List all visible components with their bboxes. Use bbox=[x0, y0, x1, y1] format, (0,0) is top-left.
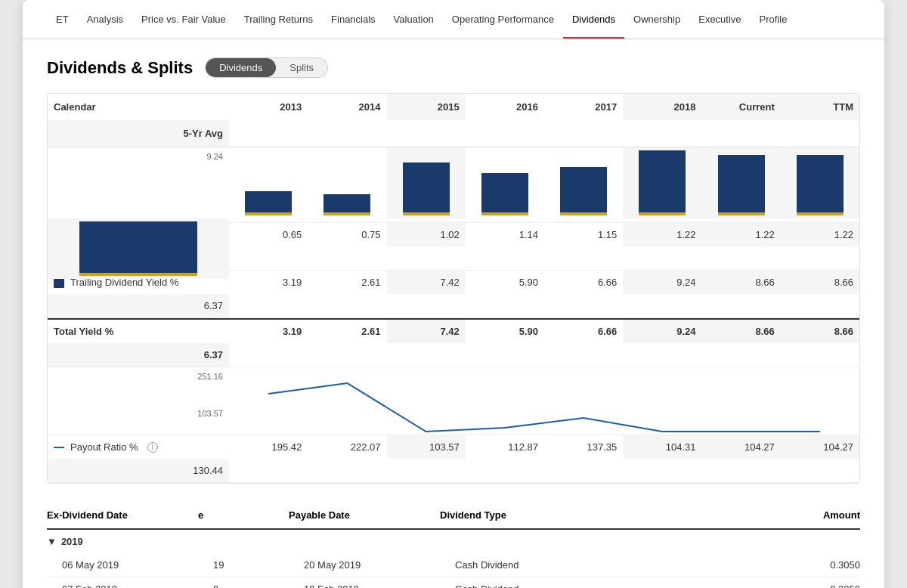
nav-profile[interactable]: Profile bbox=[751, 0, 797, 39]
tdy-2013: 3.19 bbox=[229, 271, 308, 294]
ty-2014: 2.61 bbox=[308, 320, 386, 343]
payout-y-axis: 251.16 103.57 bbox=[48, 367, 229, 435]
nav-et[interactable]: ET bbox=[47, 0, 78, 39]
bar-2013 bbox=[229, 147, 308, 218]
bar-2014 bbox=[308, 147, 386, 218]
type-0-1: Cash Dividend bbox=[455, 583, 682, 588]
tdy-2015: 7.42 bbox=[387, 271, 466, 294]
tdy-current: 8.66 bbox=[702, 271, 781, 294]
page-title: Dividends & Splits bbox=[47, 58, 193, 78]
tdy-5yr: 6.37 bbox=[48, 294, 229, 317]
col-2013: 2013 bbox=[229, 94, 308, 120]
total-yield-row: Total Yield % 3.19 2.61 7.42 5.90 6.66 9… bbox=[48, 318, 859, 367]
col-ttm: TTM bbox=[781, 94, 859, 120]
dividend-row-0-1: 07 Feb 2019 9 19 Feb 2019 Cash Dividend … bbox=[47, 577, 860, 588]
col2-0-0: 19 bbox=[213, 559, 304, 571]
payout-y-low: 103.57 bbox=[197, 409, 223, 418]
calendar-header: Calendar bbox=[48, 94, 229, 120]
th-payable-date: Payable Date bbox=[289, 509, 440, 521]
amount-0-0: 0.3050 bbox=[682, 559, 860, 571]
nav-operating-performance[interactable]: Operating Performance bbox=[443, 0, 563, 39]
bar-5yr-avg bbox=[48, 218, 229, 279]
payout-line-legend-icon bbox=[54, 447, 64, 448]
ty-2015: 7.42 bbox=[387, 320, 466, 343]
nav-dividends[interactable]: Dividends bbox=[563, 0, 624, 39]
th-ex-dividend-date: Ex-Dividend Date bbox=[47, 509, 198, 521]
tdy-2014: 2.61 bbox=[308, 271, 386, 294]
tdy-2016: 5.90 bbox=[466, 271, 544, 294]
nav-financials[interactable]: Financials bbox=[322, 0, 385, 39]
ty-5yr: 6.37 bbox=[48, 343, 229, 367]
bar-2017 bbox=[544, 147, 623, 218]
payout-line-chart bbox=[229, 367, 859, 435]
dps-2014: 0.75 bbox=[308, 223, 386, 246]
year-label-2019: 2019 bbox=[61, 536, 83, 547]
bar-2018 bbox=[623, 147, 701, 218]
dps-2015: 1.02 bbox=[387, 223, 466, 246]
pr-2016: 112.87 bbox=[466, 435, 544, 459]
ty-ttm: 8.66 bbox=[781, 320, 859, 343]
amount-0-1: 0.3050 bbox=[682, 583, 860, 588]
col2-0-1: 9 bbox=[213, 583, 304, 588]
tdy-ttm: 8.66 bbox=[781, 271, 859, 294]
ty-2017: 6.66 bbox=[544, 320, 623, 343]
payout-ratio-label: Payout Ratio % i bbox=[48, 435, 229, 459]
dividends-splits-toggle: Dividends Splits bbox=[205, 57, 328, 78]
ty-2018: 9.24 bbox=[623, 320, 701, 343]
ty-2013: 3.19 bbox=[229, 320, 308, 343]
ty-current: 8.66 bbox=[702, 320, 781, 343]
th-col2: e bbox=[198, 509, 289, 521]
bar-2016 bbox=[466, 147, 544, 218]
pr-5yr: 130.44 bbox=[48, 459, 229, 482]
payout-ratio-row: Payout Ratio % i 195.42 222.07 103.57 11… bbox=[48, 435, 859, 483]
pr-2014: 222.07 bbox=[308, 435, 386, 459]
payable-0-0: 20 May 2019 bbox=[304, 559, 455, 571]
dividend-row-0-0: 06 May 2019 19 20 May 2019 Cash Dividend… bbox=[47, 553, 860, 577]
nav-price-fair-value[interactable]: Price vs. Fair Value bbox=[132, 0, 235, 39]
col-2015: 2015 bbox=[387, 94, 466, 120]
tdy-2018: 9.24 bbox=[623, 271, 701, 294]
type-0-0: Cash Dividend bbox=[455, 559, 682, 571]
payout-info-icon[interactable]: i bbox=[147, 442, 158, 453]
nav-trailing-returns[interactable]: Trailing Returns bbox=[235, 0, 322, 39]
pr-ttm: 104.27 bbox=[781, 435, 859, 459]
ex-date-0-1: 07 Feb 2019 bbox=[62, 583, 213, 588]
y-axis-label: 9.24 bbox=[207, 152, 223, 161]
nav-valuation[interactable]: Valuation bbox=[385, 0, 443, 39]
nav-executive[interactable]: Executive bbox=[689, 0, 750, 39]
bar-ttm bbox=[781, 147, 859, 218]
col-5yr-avg: 5-Yr Avg bbox=[48, 120, 229, 147]
col-2017: 2017 bbox=[544, 94, 623, 120]
table-header-row: Ex-Dividend Date e Payable Date Dividend… bbox=[47, 502, 860, 530]
tdy-2017: 6.66 bbox=[544, 271, 623, 294]
ex-date-0-0: 06 May 2019 bbox=[62, 559, 213, 571]
dividend-history-table: Ex-Dividend Date e Payable Date Dividend… bbox=[47, 502, 860, 588]
pr-current: 104.27 bbox=[702, 435, 781, 459]
th-dividend-type: Dividend Type bbox=[440, 509, 667, 521]
pr-2017: 137.35 bbox=[544, 435, 623, 459]
th-amount: Amount bbox=[667, 509, 860, 521]
dps-current: 1.22 bbox=[702, 223, 781, 246]
total-yield-label: Total Yield % bbox=[48, 320, 229, 343]
payout-chart-area: 251.16 103.57 bbox=[48, 367, 859, 435]
col-2016: 2016 bbox=[466, 94, 544, 120]
dividends-toggle-button[interactable]: Dividends bbox=[206, 58, 276, 77]
col-current: Current bbox=[702, 94, 781, 120]
dividends-chart: Calendar 2013 2014 2015 2016 2017 2018 C… bbox=[47, 93, 860, 484]
dps-2018: 1.22 bbox=[623, 223, 701, 246]
bar-chart-area: 9.24 bbox=[48, 147, 859, 223]
payable-0-1: 19 Feb 2019 bbox=[304, 583, 455, 588]
navigation: ET Analysis Price vs. Fair Value Trailin… bbox=[23, 0, 884, 39]
year-expand-arrow-2019: ▼ bbox=[47, 536, 57, 547]
ty-2016: 5.90 bbox=[466, 320, 544, 343]
bar-2015 bbox=[387, 147, 466, 218]
splits-toggle-button[interactable]: Splits bbox=[276, 58, 327, 77]
nav-analysis[interactable]: Analysis bbox=[78, 0, 132, 39]
pr-2015: 103.57 bbox=[387, 435, 466, 459]
col-2018: 2018 bbox=[623, 94, 701, 120]
chart-column-headers: Calendar 2013 2014 2015 2016 2017 2018 C… bbox=[48, 94, 859, 147]
nav-ownership[interactable]: Ownership bbox=[624, 0, 689, 39]
year-row-2019[interactable]: ▼ 2019 bbox=[47, 530, 860, 553]
dps-2017: 1.15 bbox=[544, 223, 623, 246]
dps-ttm: 1.22 bbox=[781, 223, 859, 246]
